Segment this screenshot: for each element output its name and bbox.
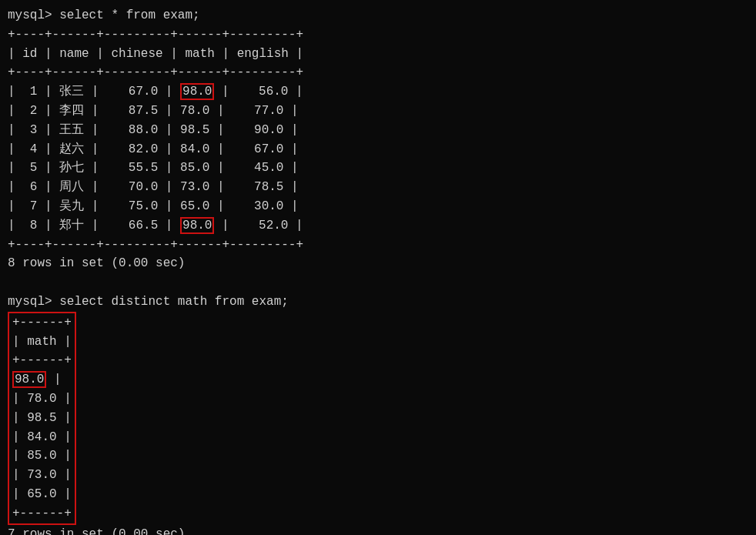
table2: +------+ | math | +------+ 98.0 | | 78.0…: [8, 312, 76, 525]
math-highlight-2: 98.0: [180, 217, 214, 234]
result1: 8 rows in set (0.00 sec): [8, 254, 748, 273]
math-highlight-1: 98.0: [180, 83, 214, 100]
math2-highlight-1: 98.0: [12, 371, 46, 388]
query1-prompt: mysql> select * from exam;: [8, 6, 748, 25]
result2: 7 rows in set (0.00 sec): [8, 525, 748, 535]
terminal: mysql> select * from exam; +----+------+…: [8, 6, 748, 535]
table1: +----+------+---------+------+---------+…: [8, 25, 748, 255]
query2-prompt: mysql> select distinct math from exam;: [8, 293, 748, 312]
